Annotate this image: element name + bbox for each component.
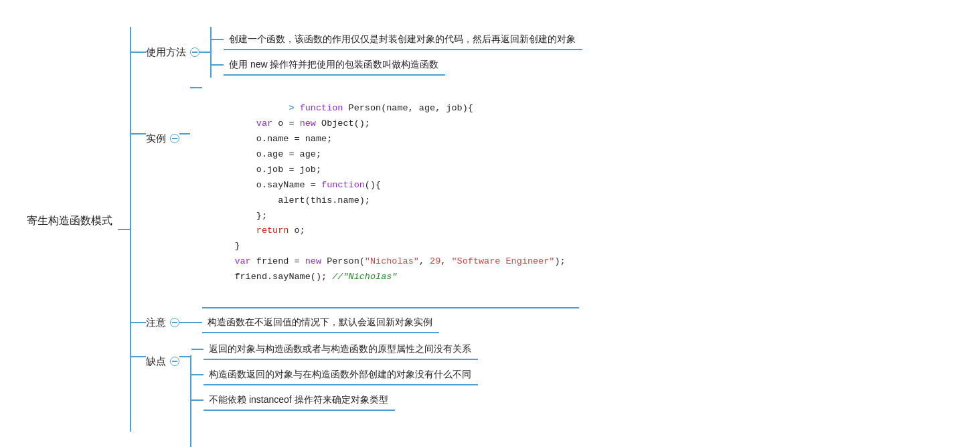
drawback-item-1: 构造函数返回的对象与在构造函数外部创建的对象没有什么不同 bbox=[191, 362, 478, 387]
code-params: (name, age, job){ bbox=[381, 103, 473, 113]
code-kw-new: new bbox=[300, 118, 321, 128]
code-line-alert: alert(this.name); bbox=[213, 195, 370, 205]
code-line-brace: } bbox=[213, 241, 240, 251]
collapse-example[interactable] bbox=[170, 134, 179, 143]
code-line-var bbox=[213, 118, 256, 128]
code-sayname-open: (){ bbox=[365, 180, 381, 190]
code-content: > function Person(name, age, job){ var o… bbox=[205, 82, 574, 304]
code-fn-person: Person bbox=[349, 103, 382, 113]
branch-note: 注意 构造函数在不返回值的情况下，默认会返回新对象实例 bbox=[131, 310, 582, 335]
branch-usage: 使用方法 创建一个函数，该函数的作用仅仅是封装创建对象的代码，然后再返回新创建的… bbox=[131, 27, 582, 78]
drawback-text-2: 不能依赖 instanceof 操作符来确定对象类型 bbox=[203, 390, 395, 411]
note-item-0: 构造函数在不返回值的情况下，默认会返回新对象实例 bbox=[190, 310, 439, 335]
usage-text-1: 使用 new 操作符并把使用的包装函数叫做构造函数 bbox=[224, 55, 445, 76]
root-label: 寄生构造函数模式 bbox=[27, 214, 118, 228]
code-var-o: o = bbox=[278, 118, 299, 128]
branch-label-note: 注意 bbox=[146, 317, 169, 329]
code-arrow-icon: > bbox=[289, 103, 299, 113]
usage-item-0: 创建一个函数，该函数的作用仅仅是封装创建对象的代码，然后再返回新创建的对象 bbox=[212, 27, 582, 52]
usage-item-1: 使用 new 操作符并把使用的包装函数叫做构造函数 bbox=[212, 52, 582, 78]
example-code-item: > function Person(name, age, job){ var o… bbox=[190, 79, 579, 308]
collapse-usage[interactable] bbox=[190, 48, 199, 57]
code-person-call: Person( bbox=[327, 256, 365, 266]
mind-map: 寄生构造函数模式 使用方法 bbox=[13, 13, 967, 447]
example-subitems: > function Person(name, age, job){ var o… bbox=[190, 79, 579, 308]
code-num-29: 29 bbox=[430, 256, 440, 266]
code-friend-assign: friend = bbox=[256, 256, 305, 266]
code-kw-var2: var bbox=[213, 256, 256, 266]
note-text-0: 构造函数在不返回值的情况下，默认会返回新对象实例 bbox=[202, 312, 439, 333]
code-str-nicholas: "Nicholas" bbox=[365, 256, 419, 266]
code-kw-function-1: function bbox=[300, 103, 349, 113]
code-line-sayname: o.sayName = bbox=[213, 180, 321, 190]
code-line-age: o.age = age; bbox=[213, 149, 321, 159]
branch-example: 实例 > function Person(name, age, job){ va… bbox=[131, 79, 582, 308]
code-str-engineer: "Software Engineer" bbox=[451, 256, 554, 266]
code-return-val: o; bbox=[295, 226, 305, 236]
branch-label-drawback: 缺点 bbox=[146, 355, 169, 368]
branches-container: 使用方法 创建一个函数，该函数的作用仅仅是封装创建对象的代码，然后再返回新创建的… bbox=[131, 27, 582, 447]
drawback-text-0: 返回的对象与构造函数或者与构造函数的原型属性之间没有关系 bbox=[203, 339, 478, 360]
drawback-text-1: 构造函数返回的对象与在构造函数外部创建的对象没有什么不同 bbox=[203, 365, 478, 385]
code-object-call: Object(); bbox=[321, 118, 370, 128]
code-sayname-call: friend.sayName(); bbox=[213, 272, 332, 282]
code-line-job: o.job = job; bbox=[213, 165, 321, 175]
branch-label-usage: 使用方法 bbox=[146, 46, 189, 59]
note-subitems: 构造函数在不返回值的情况下，默认会返回新对象实例 bbox=[190, 310, 439, 335]
usage-subitems: 创建一个函数，该函数的作用仅仅是封装创建对象的代码，然后再返回新创建的对象 使用… bbox=[212, 27, 582, 78]
collapse-note[interactable] bbox=[170, 318, 179, 327]
code-kw-var: var bbox=[256, 118, 278, 128]
code-return-kw: return bbox=[213, 226, 295, 236]
code-comment-nicholas: //"Nicholas" bbox=[332, 272, 397, 282]
code-line-close-fn: }; bbox=[213, 211, 267, 221]
code-line-name: o.name = name; bbox=[213, 134, 332, 144]
code-kw-new2: new bbox=[305, 256, 327, 266]
drawback-item-2: 不能依赖 instanceof 操作符来确定对象类型 bbox=[191, 387, 478, 413]
usage-text-0: 创建一个函数，该函数的作用仅仅是封装创建对象的代码，然后再返回新创建的对象 bbox=[224, 29, 582, 50]
root-node: 寄生构造函数模式 bbox=[27, 214, 118, 228]
code-close-call: ); bbox=[554, 256, 565, 266]
branch-drawback: 缺点 返回的对象与构造函数或者与构造函数的原型属性之间没有关系 构造函数返回的对… bbox=[131, 337, 582, 447]
code-block: > function Person(name, age, job){ var o… bbox=[202, 79, 579, 308]
drawback-item-0: 返回的对象与构造函数或者与构造函数的原型属性之间没有关系 bbox=[191, 337, 478, 362]
code-comma2: , bbox=[440, 256, 451, 266]
code-kw-function-2: function bbox=[321, 180, 365, 190]
collapse-drawback[interactable] bbox=[170, 357, 179, 366]
code-comma1: , bbox=[419, 256, 430, 266]
branch-label-example: 实例 bbox=[146, 132, 169, 145]
drawback-subitems: 返回的对象与构造函数或者与构造函数的原型属性之间没有关系 构造函数返回的对象与在… bbox=[191, 337, 478, 447]
